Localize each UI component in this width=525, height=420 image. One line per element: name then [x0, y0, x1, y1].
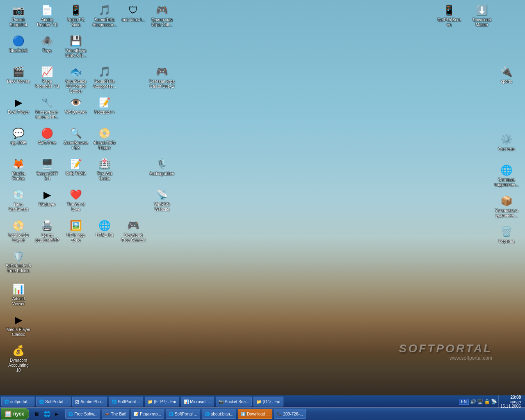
icon-pauk[interactable]: 🕷️ Паук: [33, 33, 62, 55]
sistema-icon: ⚙️: [500, 133, 513, 146]
icon-odinochnaya[interactable]: 🎮 Одиночная Игра Call...: [148, 2, 176, 29]
softportal2-icon: 🌐: [39, 399, 44, 404]
icon-nero[interactable]: 💿 Nero StartSmart: [4, 187, 33, 214]
icon-bsplayer[interactable]: ▶ BSplayer: [33, 187, 62, 209]
taskbar-row2: 🪟 пуск 🖥 🌐 ▸ 🌐 Free Softw... 🦇 The Bat! …: [0, 408, 525, 420]
ql-ie[interactable]: 🌐: [42, 409, 51, 418]
taskbar-btn-softportal3[interactable]: 🌐 SoftPortal ...: [109, 397, 143, 406]
icon-html-kit[interactable]: 🌐 HTML-Kit: [90, 217, 119, 240]
icon-bluesoleil[interactable]: 🔵 BlueSoleil: [4, 33, 33, 55]
icon-setevye[interactable]: 🌐 Сетевые подключен...: [492, 162, 521, 189]
clock-display[interactable]: 23:08 среда 15.11.2006: [498, 395, 523, 409]
odinochnaya-icon: 🎮: [155, 4, 169, 17]
icon-dynacom[interactable]: 💰 Dynacom Accounting 10: [4, 342, 33, 374]
tray-icon-3[interactable]: 🔒: [484, 399, 490, 404]
icon-wsqviewer[interactable]: 👁️ WSQviewer: [62, 94, 90, 116]
taskbar-btn-about-blank[interactable]: 🌐 about:blan...: [202, 409, 236, 419]
icon-nokia[interactable]: 📱 Nokia PC Suite: [62, 2, 90, 29]
taskbar-btn-adobe[interactable]: 🖼 Adobe Pho...: [72, 397, 107, 406]
icon-antivirus[interactable]: 🛡 anti-Virus-f...: [119, 2, 148, 24]
icon-getpdasscreen[interactable]: 📱 GetPDAScreen: [435, 2, 463, 29]
icon-ahead-dvd[interactable]: 📀 Ahead DVD Ripper: [90, 125, 119, 152]
bsplayer-icon: ▶: [41, 188, 54, 201]
notepadpp-icon: 📝: [98, 96, 111, 109]
icon-winrss[interactable]: 📡 WinRSS Website: [148, 187, 176, 214]
desktop-icons-container: 📷 Pocket Snapshot 🔵 BlueSoleil 🎬 DivX Mo…: [0, 0, 525, 402]
taskbar-row1: 🌐 softportal.... 🌐 SoftPortal ... 🖼 Adob…: [0, 395, 525, 408]
icon-soundtells2[interactable]: 🎵 SoundTells Acuppress...: [90, 64, 119, 91]
icon-setevaya[interactable]: 🎮 Сетевая игра Call of Duty 2: [148, 64, 176, 91]
pocket-snap-label: Pocket Sna...: [225, 399, 249, 404]
icon-korzina[interactable]: 🗑️ Корзина: [492, 224, 521, 246]
taskbar-btn-pocket-snap[interactable]: 📷 Pocket Sna...: [216, 397, 252, 406]
icon-download-free-games[interactable]: 🎮 Download Free Games!: [119, 217, 148, 244]
icon-aquascape[interactable]: 🐟 AquaScape 3D Control Center: [62, 64, 90, 96]
getpdascreen-icon: 📱: [443, 4, 456, 17]
icon-virtualdrive[interactable]: 💾 VirtualDrive Utility & B...: [62, 33, 90, 60]
icon-page-promoter[interactable]: 📈 Page Promoter 7.3: [33, 64, 62, 91]
ftp-label: {FTP:\} - Far: [154, 399, 176, 404]
icon-avg[interactable]: 🔴 AVG Free: [33, 125, 62, 147]
icon-cports[interactable]: 🔌 cports: [492, 64, 521, 86]
taskbar-btn-task209[interactable]: 📞 209-726-...: [274, 409, 306, 419]
icon-adobe-reader[interactable]: 📄 Adobe Reader 7.0: [33, 2, 62, 29]
ql-expand[interactable]: ▸: [52, 409, 61, 418]
icon-securecrt[interactable]: 🖥️ SecureCRT 3.4: [33, 156, 62, 183]
first-aid-icon: 🏥: [98, 158, 111, 171]
ql-show-desktop[interactable]: 🖥: [32, 409, 41, 418]
taskbar-btn-the-bat[interactable]: 🦇 The Bat!: [102, 409, 129, 419]
icon-media-player-classic[interactable]: ▶ Media Player Classic: [4, 312, 33, 339]
taskbar-tray: EN 🔊 🖥️ 🔒 📡 23:08 среда 15.11.2006: [457, 395, 524, 409]
divx-player-icon: ▶: [12, 96, 25, 109]
taskbar-btn-microsoft[interactable]: 📊 Microsoft ...: [181, 397, 214, 406]
icon-instr-panel[interactable]: 🔧 Инструмент. панель HP...: [33, 94, 62, 121]
lang-indicator[interactable]: EN: [459, 399, 469, 405]
soundtells2-icon: 🎵: [98, 65, 111, 78]
icon-installercx[interactable]: 📀 InstallerCD Layout: [4, 217, 33, 244]
tray-icon-4[interactable]: 📡: [491, 399, 497, 404]
icon-ustanovka[interactable]: 📦 Установка и удаление...: [492, 193, 521, 220]
icon-notepadpp[interactable]: 📝 Notepad++: [90, 94, 119, 116]
taskbar-btn-softportal4[interactable]: 🌐 SoftPortal ...: [166, 409, 200, 419]
download-label: Download ...: [247, 412, 270, 416]
icon-khnbb[interactable]: 📝 КНВ ТгМб!: [62, 156, 90, 178]
icon-divx-player[interactable]: ▶ DivX Player: [4, 94, 33, 116]
microsoft-icon: 📊: [184, 399, 189, 404]
icon-zoombrowser[interactable]: 🔍 ZoomBrowser EX: [62, 125, 90, 152]
icon-audiograbber[interactable]: 🎙️ Audiograbber: [148, 156, 176, 178]
icon-sistema[interactable]: ⚙️ Система: [492, 131, 521, 153]
icon-qip[interactable]: 💬 qip 2005: [4, 125, 33, 147]
divx-movies-icon: 🎬: [12, 65, 25, 78]
icon-hp-image-zone[interactable]: 🖼️ HP Image Zone: [62, 217, 90, 244]
icon-art-of-love[interactable]: ❤️ The Art of Love: [62, 187, 90, 214]
bluesoleil-icon: 🔵: [12, 34, 25, 48]
icon-divx-movies[interactable]: 🎬 DivX Movies: [4, 64, 33, 86]
taskbar-btn-download[interactable]: ⬇️ Download ...: [238, 409, 273, 419]
taskbar-btn-ftp[interactable]: 📁 {FTP:\} - Far: [145, 397, 179, 406]
g-far-icon: 📁: [256, 399, 261, 404]
download-icon: ⬇️: [241, 412, 246, 416]
icon-pocket-snapshot[interactable]: 📷 Pocket Snapshot: [4, 2, 33, 29]
about-blank-label: about:blan...: [211, 412, 233, 416]
free-softw-label: Free Softw...: [74, 412, 97, 416]
taskbar-btn-free-softw[interactable]: 🌐 Free Softw...: [65, 409, 100, 419]
softportal3-icon: 🌐: [112, 399, 116, 404]
free-softw-icon: 🌐: [68, 412, 73, 416]
icon-soundtells1[interactable]: 🎵 SoundTells Acupressur...: [90, 2, 119, 29]
tray-icon-1[interactable]: 🔊: [470, 399, 476, 404]
tray-icon-2[interactable]: 🖥️: [477, 399, 483, 404]
taskbar-btn-g-far[interactable]: 📁 {G:\} - Far: [253, 397, 283, 406]
softportal1-label: softportal....: [10, 399, 32, 404]
taskbar-btn-softportal2[interactable]: 🌐 SoftPortal ...: [36, 397, 71, 406]
softportal4-icon: 🌐: [169, 412, 173, 416]
start-button[interactable]: 🪟 пуск: [1, 408, 29, 420]
taskbar-btn-softportal1[interactable]: 🌐 softportal....: [1, 397, 34, 406]
icon-download-master[interactable]: ⬇️ Download Master: [468, 2, 496, 29]
icon-firefox[interactable]: 🦊 Mozilla Firefox: [4, 156, 33, 183]
softportal1-icon: 🌐: [4, 399, 9, 404]
taskbar-btn-redaktor[interactable]: 📝 Редактир...: [131, 409, 164, 419]
icon-first-aid[interactable]: 🏥 First Aid Guide: [90, 156, 119, 183]
icon-adsoid[interactable]: 📊 Adsoid Viewer: [4, 281, 33, 308]
icon-center-hp[interactable]: 🖨️ Центр решений HP: [33, 217, 62, 244]
icon-bitdefender[interactable]: 🛡️ BitDefender 8 Free Edition: [4, 248, 33, 275]
